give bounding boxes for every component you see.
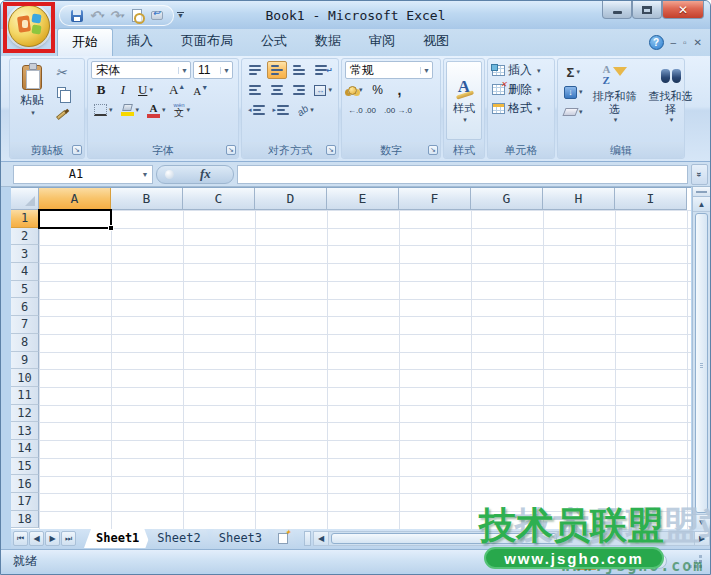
scroll-right-button[interactable]: ▶ — [694, 531, 710, 546]
column-header[interactable]: I — [615, 188, 687, 210]
row-header[interactable]: 10 — [11, 369, 39, 387]
fill-button[interactable]: ↓ — [561, 83, 586, 101]
workbook-restore-button[interactable]: ▫ — [683, 38, 687, 48]
ribbon-tab[interactable]: 公式 — [247, 28, 301, 56]
merge-center-button[interactable]: ↔ — [311, 81, 335, 99]
sheet-tab[interactable]: Sheet1 — [84, 529, 151, 548]
clear-button[interactable] — [561, 103, 586, 121]
row-header[interactable]: 5 — [11, 281, 39, 299]
accounting-format-button[interactable] — [345, 81, 366, 99]
prev-sheet-button[interactable]: ◀ — [29, 531, 44, 546]
decrease-indent-button[interactable]: ◂ — [245, 101, 268, 119]
cell-area[interactable] — [39, 210, 691, 529]
align-right-button[interactable] — [289, 81, 309, 99]
bold-button[interactable]: B — [91, 81, 111, 99]
expand-formula-bar-button[interactable]: » — [691, 164, 708, 185]
first-sheet-button[interactable]: ⏮ — [13, 531, 28, 546]
row-header[interactable]: 1 — [11, 210, 39, 228]
print-preview-button[interactable] — [128, 7, 145, 24]
formula-input[interactable] — [237, 165, 688, 184]
format-cells-button[interactable]: 格式 — [491, 99, 551, 118]
format-painter-button[interactable] — [51, 103, 71, 121]
row-header[interactable]: 17 — [11, 493, 39, 511]
next-sheet-button[interactable]: ▶ — [45, 531, 60, 546]
wrap-text-button[interactable]: ↵ — [311, 61, 331, 79]
percent-style-button[interactable]: % — [368, 81, 388, 99]
quick-command-button[interactable] — [148, 7, 165, 24]
column-header[interactable]: A — [39, 188, 111, 210]
align-center-button[interactable] — [267, 81, 287, 99]
phonetic-guide-button[interactable]: wén文 — [171, 101, 194, 119]
copy-button[interactable] — [51, 83, 71, 101]
column-header[interactable]: E — [327, 188, 399, 210]
italic-button[interactable]: I — [113, 81, 133, 99]
ribbon-tab[interactable]: 插入 — [113, 28, 167, 56]
undo-button[interactable]: ↶▾ — [88, 7, 105, 24]
resize-grip[interactable] — [689, 555, 702, 568]
active-cell-A1[interactable] — [38, 209, 112, 229]
align-middle-button[interactable] — [267, 61, 287, 79]
row-header[interactable]: 7 — [11, 316, 39, 334]
ribbon-tab[interactable]: 数据 — [301, 28, 355, 56]
column-header[interactable]: H — [543, 188, 615, 210]
insert-cells-button[interactable]: 插入 — [491, 61, 551, 80]
page-break-view-button[interactable] — [621, 553, 643, 570]
fill-color-button[interactable] — [118, 101, 143, 119]
row-header[interactable]: 9 — [11, 352, 39, 370]
grow-font-button[interactable]: A▲ — [166, 81, 188, 99]
maximize-button[interactable] — [632, 1, 662, 19]
row-header[interactable]: 15 — [11, 458, 39, 476]
row-header[interactable]: 12 — [11, 405, 39, 423]
column-header[interactable]: B — [111, 188, 183, 210]
paste-button[interactable]: 粘贴 — [13, 61, 51, 121]
row-header[interactable]: 13 — [11, 422, 39, 440]
number-format-combo[interactable]: 常规▼ — [345, 61, 433, 79]
save-button[interactable] — [68, 7, 85, 24]
sort-filter-button[interactable]: AZ 排序和筛选 — [588, 61, 642, 140]
align-bottom-button[interactable] — [289, 61, 309, 79]
column-header[interactable]: C — [183, 188, 255, 210]
vertical-scroll-thumb[interactable] — [695, 213, 708, 513]
increase-decimal-button[interactable]: ←.0 .00 — [345, 101, 379, 119]
underline-button[interactable]: U — [135, 81, 156, 99]
clipboard-dialog-launcher[interactable]: ↘ — [72, 145, 82, 155]
font-name-combo[interactable]: 宋体▼ — [91, 61, 191, 79]
row-header[interactable]: 14 — [11, 440, 39, 458]
ribbon-tab[interactable]: 页面布局 — [167, 28, 247, 56]
autosum-button[interactable]: Σ — [561, 63, 586, 81]
font-dialog-launcher[interactable]: ↘ — [226, 145, 236, 155]
scroll-left-button[interactable]: ◀ — [313, 531, 329, 546]
insert-function-button[interactable]: fx — [156, 165, 234, 184]
name-box[interactable]: A1 ▼ — [13, 165, 153, 184]
cut-button[interactable]: ✂ — [51, 63, 71, 81]
fill-handle[interactable] — [108, 225, 114, 231]
alignment-dialog-launcher[interactable]: ↘ — [326, 145, 336, 155]
increase-indent-button[interactable]: ▸ — [270, 101, 293, 119]
minimize-button[interactable] — [602, 1, 632, 19]
redo-button[interactable]: ↷▾ — [108, 7, 125, 24]
horizontal-scroll-thumb[interactable] — [331, 533, 557, 544]
column-header[interactable]: G — [471, 188, 543, 210]
row-header[interactable]: 16 — [11, 475, 39, 493]
row-header[interactable]: 4 — [11, 263, 39, 281]
find-select-button[interactable]: 查找和选择 — [644, 61, 698, 140]
font-color-button[interactable]: A — [144, 101, 169, 119]
workbook-close-button[interactable]: ✕ — [694, 38, 702, 48]
qat-customize-button[interactable]: ▼ — [177, 12, 184, 18]
orientation-button[interactable]: ab — [294, 101, 317, 119]
borders-button[interactable] — [91, 101, 116, 119]
row-header[interactable]: 18 — [11, 511, 39, 529]
shrink-font-button[interactable]: A▼ — [190, 81, 211, 99]
ribbon-tab[interactable]: 视图 — [409, 28, 463, 56]
styles-button[interactable]: A 样式 — [446, 61, 482, 140]
row-header[interactable]: 2 — [11, 228, 39, 246]
scroll-up-button[interactable]: ▲ — [693, 197, 710, 212]
split-box[interactable] — [693, 187, 710, 197]
row-header[interactable]: 6 — [11, 298, 39, 316]
number-dialog-launcher[interactable]: ↘ — [428, 145, 438, 155]
decrease-decimal-button[interactable]: .00 →.0 — [381, 101, 415, 119]
tab-split-handle[interactable] — [304, 531, 311, 546]
font-size-combo[interactable]: 11▼ — [193, 61, 233, 79]
help-button[interactable]: ? — [649, 35, 664, 50]
row-header[interactable]: 3 — [11, 245, 39, 263]
